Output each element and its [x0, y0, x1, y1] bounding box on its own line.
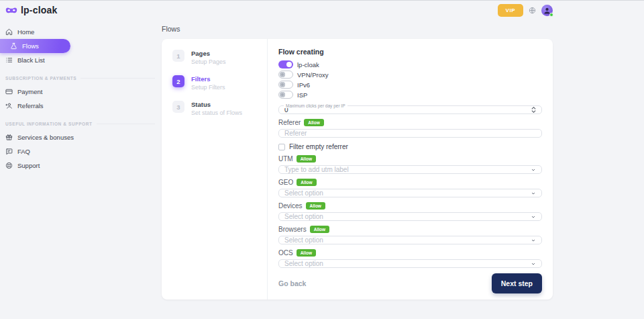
toggle-switch-off[interactable]: [278, 71, 293, 79]
step-status[interactable]: 3 Status Set status of Flows: [172, 101, 267, 116]
sidebar-item-payment[interactable]: Payment: [5, 85, 162, 99]
form-title: Flow creating: [278, 48, 542, 56]
main-content: Flows 1 Pages Setup Pages 2 Filters Setu…: [162, 18, 553, 300]
browsers-label: Browsers: [278, 226, 307, 233]
step-subtitle: Setup Pages: [191, 58, 226, 65]
list-icon: [5, 56, 13, 64]
toggle-switch-off[interactable]: [278, 81, 293, 89]
sidebar-section-subscription: SUBSCRIPTION & PAYMENTS: [5, 76, 162, 81]
select-placeholder: Select option: [284, 189, 323, 197]
online-status-dot: [549, 13, 553, 17]
browsers-allow-badge[interactable]: Allow: [310, 226, 329, 233]
number-stepper[interactable]: [531, 107, 536, 113]
header: lp-cloak VIP: [0, 1, 644, 18]
ocs-label-row: OCS Allow: [278, 249, 542, 257]
select-placeholder: Select option: [284, 236, 323, 244]
form-footer: Go back Next step: [278, 268, 542, 293]
geo-allow-badge[interactable]: Allow: [297, 179, 316, 186]
step-subtitle: Set status of Flows: [191, 109, 242, 116]
select-placeholder: Type to add utm label: [284, 166, 349, 173]
geo-label-row: GEO Allow: [278, 179, 542, 186]
sidebar-item-label: Support: [17, 162, 40, 169]
utm-allow-badge[interactable]: Allow: [297, 155, 316, 163]
max-clicks-field[interactable]: Maximum clicks per day per IP: [278, 105, 542, 114]
toggle-label: lp-cloak: [297, 61, 319, 69]
sidebar-item-label: FAQ: [17, 148, 30, 155]
filter-empty-referrer-checkbox-row[interactable]: Filter empty referrer: [278, 143, 542, 150]
credit-card-icon: [5, 88, 13, 95]
devices-select[interactable]: Select option: [278, 212, 542, 221]
mask-icon: [5, 5, 17, 15]
sidebar-item-label: Black List: [17, 56, 45, 64]
checkbox[interactable]: [278, 144, 285, 150]
toggle-lp-cloak[interactable]: lp-cloak: [278, 60, 542, 69]
step-title: Pages: [191, 50, 226, 57]
logo[interactable]: lp-cloak: [5, 5, 58, 15]
sidebar-item-faq[interactable]: FAQ: [5, 144, 162, 158]
header-actions: VIP: [498, 4, 553, 17]
next-step-button[interactable]: Next step: [492, 273, 542, 293]
step-title: Status: [191, 101, 242, 108]
flow-creating-form: Flow creating lp-cloak VPN/Proxy IPv6 IS…: [268, 39, 553, 300]
utm-label-row: UTM Allow: [278, 155, 542, 163]
sidebar-item-label: Payment: [17, 88, 43, 95]
chevron-down-icon[interactable]: [531, 110, 536, 113]
sidebar-item-black-list[interactable]: Black List: [5, 53, 162, 67]
utm-label: UTM: [278, 155, 293, 163]
steps-panel: 1 Pages Setup Pages 2 Filters Setup Filt…: [162, 39, 267, 300]
toggle-switch-on[interactable]: [278, 60, 293, 69]
chevron-down-icon: [531, 261, 536, 267]
step-pages[interactable]: 1 Pages Setup Pages: [172, 50, 267, 65]
referer-input[interactable]: [278, 129, 542, 138]
flows-icon: [10, 42, 17, 50]
avatar[interactable]: [541, 5, 553, 16]
step-number: 2: [172, 75, 184, 87]
chevron-up-icon[interactable]: [531, 107, 536, 109]
step-title: Filters: [191, 75, 225, 83]
devices-label: Devices: [278, 202, 303, 210]
sidebar-item-flows[interactable]: Flows: [0, 39, 70, 53]
toggle-ipv6[interactable]: IPv6: [278, 81, 542, 89]
life-buoy-icon: [5, 162, 13, 169]
user-plus-icon: [5, 102, 13, 109]
sidebar-item-label: Services & bonuses: [17, 134, 74, 141]
max-clicks-label: Maximum clicks per day per IP: [284, 103, 347, 108]
vip-button[interactable]: VIP: [498, 4, 523, 17]
logo-text: lp-cloak: [21, 5, 58, 15]
home-icon: [5, 28, 13, 36]
flow-card: 1 Pages Setup Pages 2 Filters Setup Filt…: [162, 39, 553, 300]
sidebar-item-services[interactable]: Services & bonuses: [5, 130, 162, 144]
toggle-label: VPN/Proxy: [297, 71, 328, 79]
toggle-switch-off[interactable]: [278, 91, 293, 99]
utm-select[interactable]: Type to add utm label: [278, 165, 542, 174]
geo-select[interactable]: Select option: [278, 189, 542, 197]
sidebar: Home Flows Black List SUBSCRIPTION & PAY…: [0, 18, 162, 300]
chat-icon: [5, 148, 13, 155]
gift-icon: [5, 134, 13, 141]
sidebar-item-label: Referrals: [17, 102, 44, 109]
step-number: 1: [172, 50, 184, 62]
devices-allow-badge[interactable]: Allow: [306, 202, 325, 210]
referer-label: Referer: [278, 119, 301, 126]
sidebar-item-label: Flows: [22, 42, 39, 50]
sidebar-item-referrals[interactable]: Referrals: [5, 99, 162, 113]
browsers-select[interactable]: Select option: [278, 236, 542, 244]
ocs-select[interactable]: Select option: [278, 259, 542, 268]
select-placeholder: Select option: [284, 213, 323, 220]
ocs-allow-badge[interactable]: Allow: [297, 249, 316, 257]
page-title: Flows: [162, 25, 553, 33]
checkbox-label: Filter empty referrer: [289, 143, 348, 150]
toggle-isp[interactable]: ISP: [278, 91, 542, 99]
referer-label-row: Referer Allow: [278, 119, 542, 126]
sidebar-item-label: Home: [17, 28, 34, 36]
devices-label-row: Devices Allow: [278, 202, 542, 210]
sidebar-section-useful: USEFUL INFORMATION & SUPPORT: [5, 122, 162, 126]
select-placeholder: Select option: [284, 260, 323, 267]
sidebar-item-support[interactable]: Support: [5, 158, 162, 173]
sidebar-item-home[interactable]: Home: [5, 25, 162, 39]
go-back-button[interactable]: Go back: [278, 279, 306, 287]
step-filters[interactable]: 2 Filters Setup Filters: [172, 75, 267, 91]
language-globe-icon[interactable]: [529, 7, 536, 14]
referer-allow-badge[interactable]: Allow: [304, 119, 323, 126]
toggle-vpn-proxy[interactable]: VPN/Proxy: [278, 71, 542, 79]
